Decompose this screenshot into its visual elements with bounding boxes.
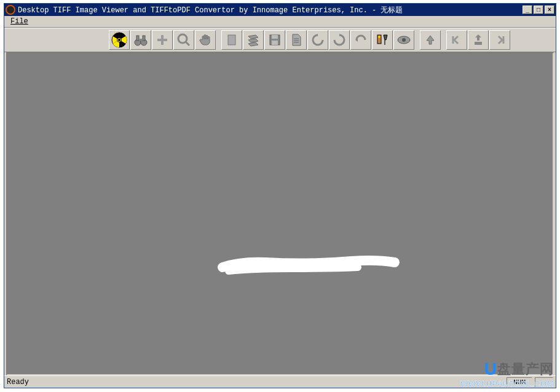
magnifier-button[interactable] (173, 30, 194, 50)
up-arrow-icon (423, 33, 438, 47)
menubar: File (4, 16, 556, 28)
document-icon (289, 33, 304, 47)
drawn-stroke (216, 250, 401, 275)
save-icon (267, 33, 282, 47)
scan-button[interactable] (243, 30, 264, 50)
radiation-icon (111, 32, 127, 48)
magnifier-icon (176, 33, 191, 47)
file-menu[interactable]: File (7, 16, 32, 27)
page-icon (224, 33, 239, 47)
prev-button[interactable] (446, 30, 467, 50)
app-icon (6, 5, 15, 15)
save-button[interactable] (264, 30, 285, 50)
plus-icon (155, 33, 170, 47)
svg-line-11 (186, 42, 189, 45)
radiation-button[interactable] (109, 30, 130, 50)
toolbar-separator (441, 30, 446, 50)
svg-point-23 (402, 38, 406, 42)
rotate-ccw-button[interactable] (307, 30, 328, 50)
goto-icon (471, 33, 486, 47)
window-controls: _ □ × (523, 6, 554, 14)
minimize-button[interactable]: _ (523, 6, 532, 14)
rotate-ccw-icon (310, 33, 325, 47)
svg-rect-14 (272, 35, 278, 39)
status-num: NUM (507, 377, 532, 387)
titlebar: Desktop TIFF Image Viewer and TIFFtoPDF … (4, 4, 556, 16)
maximize-button[interactable]: □ (534, 6, 543, 14)
svg-rect-9 (157, 39, 167, 41)
up-button[interactable] (420, 30, 441, 50)
document-button[interactable] (286, 30, 307, 50)
scan-icon (246, 33, 261, 47)
rotate-cw-button[interactable] (329, 30, 350, 50)
status-empty (535, 377, 553, 387)
zoom-plus-button[interactable] (152, 30, 173, 50)
svg-point-10 (178, 34, 187, 43)
app-window: Desktop TIFF Image Viewer and TIFFtoPDF … (4, 3, 556, 388)
hand-button[interactable] (195, 30, 216, 50)
eye-button[interactable] (393, 30, 414, 50)
toolbar-separator (216, 30, 221, 50)
svg-point-21 (378, 36, 381, 38)
svg-rect-20 (384, 40, 385, 45)
tools-button[interactable] (372, 30, 393, 50)
eye-icon (396, 33, 411, 47)
svg-point-2 (118, 39, 120, 41)
svg-rect-15 (272, 41, 278, 45)
tools-icon (375, 33, 390, 47)
toolbar (4, 28, 556, 52)
toolbar-separator (415, 30, 420, 50)
goto-button[interactable] (468, 30, 489, 50)
statusbar: Ready NUM (4, 375, 556, 388)
binoculars-button[interactable] (130, 30, 151, 50)
next-button[interactable] (489, 30, 510, 50)
binoculars-icon (133, 33, 148, 47)
window-title: Desktop TIFF Image Viewer and TIFFtoPDF … (18, 5, 523, 15)
page-button[interactable] (221, 30, 242, 50)
svg-rect-12 (228, 35, 235, 45)
status-text: Ready (7, 378, 504, 386)
flip-button[interactable] (350, 30, 371, 50)
svg-rect-6 (143, 36, 145, 41)
svg-rect-25 (475, 42, 482, 45)
next-icon (492, 33, 507, 47)
svg-rect-7 (139, 39, 143, 41)
close-button[interactable]: × (545, 6, 554, 14)
canvas-area[interactable] (6, 52, 554, 375)
hand-icon (198, 33, 213, 47)
flip-icon (353, 33, 368, 47)
rotate-cw-icon (332, 33, 347, 47)
svg-rect-5 (136, 36, 139, 41)
prev-icon (449, 33, 464, 47)
